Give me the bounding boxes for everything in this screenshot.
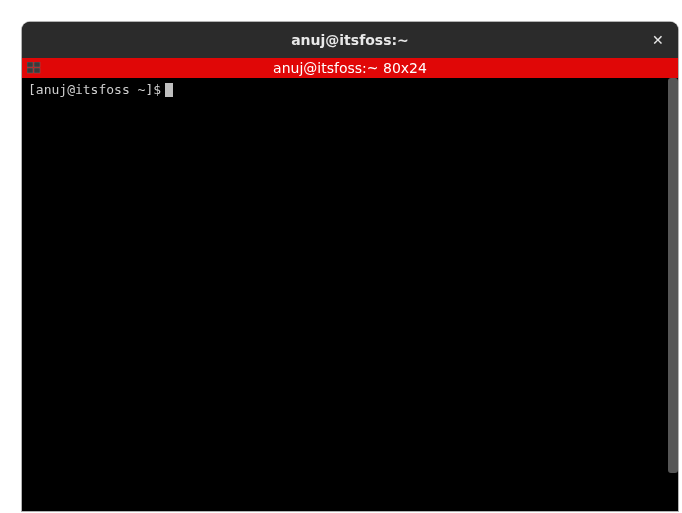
close-icon: ✕ bbox=[652, 32, 664, 48]
window-title: anuj@itsfoss:~ bbox=[291, 32, 409, 48]
close-button[interactable]: ✕ bbox=[648, 30, 668, 50]
terminal-tab-icon[interactable] bbox=[26, 60, 42, 76]
titlebar[interactable]: anuj@itsfoss:~ ✕ bbox=[22, 22, 678, 58]
shell-prompt: [anuj@itsfoss ~]$ bbox=[28, 82, 161, 98]
svg-rect-2 bbox=[27, 68, 33, 73]
svg-rect-3 bbox=[34, 68, 40, 73]
svg-rect-1 bbox=[34, 62, 40, 67]
tab-label[interactable]: anuj@itsfoss:~ 80x24 bbox=[273, 60, 427, 76]
prompt-line: [anuj@itsfoss ~]$ bbox=[28, 82, 672, 98]
cursor bbox=[165, 83, 173, 97]
tab-bar: anuj@itsfoss:~ 80x24 bbox=[22, 58, 678, 78]
terminal-body[interactable]: [anuj@itsfoss ~]$ bbox=[22, 78, 678, 511]
scrollbar[interactable] bbox=[668, 78, 678, 473]
terminal-window: anuj@itsfoss:~ ✕ anuj@itsfoss:~ 80x24 [a… bbox=[22, 22, 678, 511]
svg-rect-0 bbox=[27, 62, 33, 67]
